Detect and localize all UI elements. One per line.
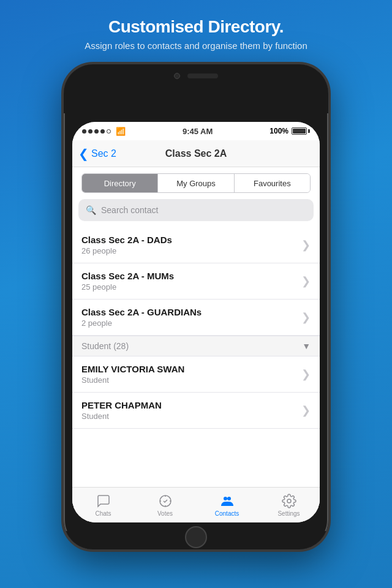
page-title: Customised Directory.	[85, 17, 307, 37]
home-button[interactable]	[185, 526, 207, 548]
item-title: EMILY VICTORIA SWAN	[81, 364, 184, 374]
chevron-right-icon: ❯	[301, 404, 311, 417]
item-title: PETER CHAPMAN	[81, 400, 162, 410]
tab-contacts[interactable]: Contacts	[196, 494, 258, 517]
item-content: Class Sec 2A - MUMs 25 people	[81, 271, 174, 292]
battery-percentage: 100%	[270, 127, 288, 135]
battery-fill	[293, 129, 306, 134]
screen: 📶 9:45 AM 100% ❮Sec 2 Class Sec 2A	[72, 122, 320, 522]
list-item[interactable]: EMILY VICTORIA SWAN Student ❯	[72, 356, 320, 393]
tab-contacts-label: Contacts	[215, 510, 239, 517]
votes-icon	[158, 494, 173, 508]
item-content: PETER CHAPMAN Student	[81, 400, 162, 421]
item-subtitle: 26 people	[81, 246, 172, 255]
tab-settings-label: Settings	[277, 510, 300, 517]
back-button[interactable]: ❮Sec 2	[78, 146, 116, 161]
nav-title: Class Sec 2A	[165, 148, 227, 159]
tab-chats-label: Chats	[95, 510, 111, 517]
navigation-bar: ❮Sec 2 Class Sec 2A	[72, 140, 320, 167]
list-item[interactable]: Class Sec 2A - GUARDIANs 2 people ❯	[72, 300, 320, 336]
segmented-control: Directory My Groups Favourites	[81, 173, 311, 193]
status-bar: 📶 9:45 AM 100%	[72, 122, 320, 140]
tab-favourites[interactable]: Favourites	[235, 174, 310, 192]
chevron-right-icon: ❯	[301, 238, 311, 252]
battery-area: 100%	[270, 127, 310, 135]
signal-dot-1	[82, 129, 86, 134]
search-bar[interactable]: 🔍 Search contact	[78, 199, 314, 221]
section-header-label: Student (28)	[81, 341, 129, 351]
battery-icon	[292, 127, 310, 135]
chevron-right-icon: ❯	[301, 368, 311, 381]
chats-icon	[96, 494, 111, 508]
list-item[interactable]: Class Sec 2A - DADs 26 people ❯	[72, 227, 320, 263]
item-subtitle: Student	[81, 412, 162, 421]
phone-top	[64, 64, 328, 113]
signal-dot-4	[100, 129, 105, 134]
chevron-right-icon: ❯	[301, 311, 311, 324]
phone-bottom	[64, 531, 328, 549]
item-title: Class Sec 2A - GUARDIANs	[81, 307, 202, 317]
directory-list: Class Sec 2A - DADs 26 people ❯ Class Se…	[72, 227, 320, 487]
phone-frame: 📶 9:45 AM 100% ❮Sec 2 Class Sec 2A	[61, 62, 331, 552]
back-chevron-icon: ❮	[78, 146, 89, 161]
svg-point-3	[287, 499, 291, 503]
item-title: Class Sec 2A - MUMs	[81, 271, 174, 281]
front-camera	[174, 73, 180, 79]
tab-votes[interactable]: Votes	[134, 494, 196, 517]
list-item[interactable]: Class Sec 2A - MUMs 25 people ❯	[72, 263, 320, 300]
svg-point-2	[227, 497, 231, 500]
section-header-students[interactable]: Student (28) ▼	[72, 336, 320, 356]
wifi-icon: 📶	[116, 127, 126, 136]
signal-dot-5	[107, 129, 111, 134]
tab-votes-label: Votes	[157, 510, 173, 517]
chevron-right-icon: ❯	[301, 274, 311, 288]
page-header: Customised Directory. Assign roles to co…	[85, 0, 307, 62]
search-icon: 🔍	[86, 205, 96, 215]
svg-point-1	[224, 497, 227, 500]
item-subtitle: 2 people	[81, 318, 202, 328]
signal-dots	[82, 129, 111, 134]
item-title: Class Sec 2A - DADs	[81, 235, 172, 245]
list-item[interactable]: PETER CHAPMAN Student ❯	[72, 393, 320, 429]
tab-bar: Chats Votes Contacts	[72, 487, 320, 522]
signal-dot-3	[94, 129, 99, 134]
page-subtitle: Assign roles to contacts and organise th…	[85, 40, 307, 51]
item-subtitle: Student	[81, 375, 184, 385]
dropdown-icon: ▼	[302, 341, 311, 351]
item-content: EMILY VICTORIA SWAN Student	[81, 364, 184, 385]
tab-chats[interactable]: Chats	[72, 494, 134, 517]
back-text: Sec 2	[91, 148, 116, 159]
power-button	[330, 199, 331, 239]
signal-area: 📶	[82, 127, 126, 136]
tab-directory[interactable]: Directory	[82, 174, 158, 192]
item-subtitle: 25 people	[81, 282, 174, 292]
signal-dot-2	[88, 129, 92, 134]
item-content: Class Sec 2A - DADs 26 people	[81, 235, 172, 255]
tab-settings[interactable]: Settings	[258, 494, 320, 517]
battery-tip	[308, 129, 310, 133]
content-area: Directory My Groups Favourites 🔍 Search …	[72, 167, 320, 522]
contacts-icon	[220, 494, 235, 508]
camera-speaker-area	[174, 73, 218, 79]
tab-my-groups[interactable]: My Groups	[158, 174, 234, 192]
item-content: Class Sec 2A - GUARDIANs 2 people	[81, 307, 202, 328]
status-time: 9:45 AM	[183, 127, 213, 136]
earpiece-speaker	[187, 74, 218, 78]
vol-up-button	[61, 196, 62, 227]
settings-icon	[282, 494, 296, 508]
search-placeholder: Search contact	[101, 205, 158, 215]
vol-down-button	[61, 233, 62, 263]
